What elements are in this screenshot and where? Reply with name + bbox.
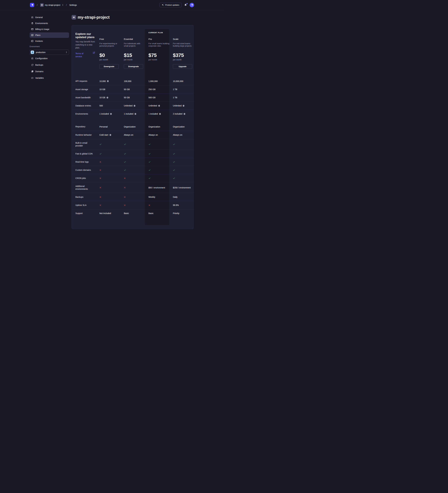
info-icon[interactable]	[106, 97, 109, 99]
sidebar-item-plans[interactable]: Plans	[30, 33, 69, 38]
cross-icon	[124, 204, 126, 206]
info-icon[interactable]	[183, 113, 186, 115]
sparkle-icon	[162, 4, 164, 6]
cross-icon	[99, 169, 101, 171]
feature-value: 1 TB	[173, 96, 190, 99]
external-link-icon[interactable]	[93, 52, 95, 54]
feature-value: 1,000,000	[148, 80, 173, 82]
downgrade-button[interactable]: Downgrade	[124, 64, 143, 69]
feature-value: Basic	[124, 212, 148, 214]
sidebar-item-label: Plans	[35, 34, 40, 36]
sidebar-item-backups[interactable]: Backups	[30, 62, 69, 67]
info-icon[interactable]	[158, 105, 160, 107]
feature-value: 10,000	[99, 80, 124, 82]
feature-row: BackupsWeeklyDaily	[72, 193, 194, 201]
product-updates-label: Product updates	[165, 4, 179, 6]
feature-row: RepositoryPersonalOrganizationOrganizati…	[72, 123, 194, 131]
top-navbar: / M my-strapi-project / Settings Product…	[0, 0, 224, 10]
check-icon	[99, 143, 102, 146]
sidebar-item-environments[interactable]: Environments	[30, 21, 69, 26]
feature-row: Custom domains	[72, 166, 194, 174]
notifications-button[interactable]	[184, 4, 187, 6]
downgrade-button[interactable]: Downgrade	[99, 64, 119, 69]
feature-value-text: Basic	[124, 212, 129, 214]
sidebar-item-invoices[interactable]: Invoices	[30, 38, 69, 44]
feature-value-text: 1 included	[124, 113, 133, 115]
feature-value-text: Organization	[124, 125, 136, 128]
feature-row: Fast & global CDN	[72, 150, 194, 158]
feature-row: API requests10,000100,0001,000,00010,000…	[72, 77, 194, 85]
cross-icon	[99, 161, 101, 163]
feature-value	[99, 161, 124, 163]
sidebar-item-general[interactable]: General	[30, 15, 69, 20]
feature-value-text: 10 GB	[99, 88, 105, 90]
check-icon	[173, 161, 175, 163]
breadcrumb: / M my-strapi-project / Settings	[30, 3, 77, 7]
feature-label: Asset storage	[76, 88, 95, 91]
feature-label: Asset bandwidth	[76, 96, 95, 99]
project-switcher[interactable]: M my-strapi-project	[40, 3, 63, 7]
feature-value: 500	[99, 104, 124, 107]
info-icon[interactable]	[110, 113, 112, 115]
avatar-strapi-icon	[191, 4, 193, 6]
info-icon[interactable]	[107, 80, 109, 82]
feature-value	[124, 143, 148, 146]
plan-name: Essential	[124, 38, 146, 40]
project-initial-badge: M	[72, 15, 76, 20]
sidebar-item-billing-usage[interactable]: Billing & Usage	[30, 26, 69, 32]
strapi-logo-icon[interactable]	[30, 3, 34, 7]
check-icon	[148, 153, 151, 155]
feature-value	[173, 153, 190, 155]
feature-value	[148, 177, 173, 179]
info-icon[interactable]	[159, 113, 161, 115]
plans-heading: Explore our updated plans	[76, 32, 95, 39]
plan-description: For individuals with small projects	[124, 42, 145, 47]
avatar[interactable]	[190, 3, 194, 7]
feature-value	[124, 204, 148, 206]
feature-value	[124, 153, 148, 155]
feature-value-text: Organization	[148, 125, 160, 128]
sidebar-item-variables[interactable]: Variables	[30, 75, 69, 81]
sidebar-item-configuration[interactable]: Configuration	[30, 56, 69, 61]
check-icon	[148, 169, 151, 171]
page-title: my-strapi-project	[78, 15, 109, 20]
info-icon[interactable]	[133, 105, 136, 107]
info-icon[interactable]	[109, 134, 111, 136]
sidebar-item-label: Backups	[35, 64, 43, 66]
feature-value-text: Cold start	[99, 134, 108, 136]
feature-value	[173, 143, 190, 146]
plans-subheading: You may benefit from switching to a new …	[76, 40, 97, 49]
feature-label: Fast & global CDN	[76, 152, 95, 155]
info-icon[interactable]	[134, 113, 136, 115]
app: { "navbar": { "separator": "/", "project…	[0, 0, 224, 246]
navbar-actions: Product updates	[159, 3, 194, 7]
feature-value-text: 500	[99, 104, 103, 107]
feature-value	[124, 196, 148, 198]
chevron-up-down-icon	[62, 4, 63, 6]
feature-label: Additional environments	[76, 185, 95, 190]
feature-value: 1 included	[99, 113, 124, 115]
feature-value-text: $250 / environment	[173, 187, 191, 189]
feature-row: Environments1 included1 included1 includ…	[72, 110, 194, 118]
feature-value-text: 10 GB	[99, 96, 105, 99]
feature-value: 10,000,000	[173, 80, 190, 82]
terms-of-service-link[interactable]: Terms of service	[76, 52, 86, 58]
upgrade-button[interactable]: Upgrade	[173, 64, 192, 69]
product-updates-button[interactable]: Product updates	[159, 3, 182, 7]
notification-dot	[186, 3, 187, 4]
feature-value	[99, 177, 124, 179]
info-icon[interactable]	[183, 105, 185, 107]
feature-row: Built-in email provider	[72, 139, 194, 150]
feature-value	[173, 161, 190, 163]
feature-value-text: $50 / environment	[148, 187, 165, 189]
project-name: my-strapi-project	[45, 4, 60, 6]
feature-value: Organization	[124, 125, 148, 128]
feature-label: Support	[76, 212, 95, 215]
check-icon	[148, 161, 151, 163]
feature-value-text: Daily	[173, 196, 177, 198]
environment-select[interactable]: production	[30, 50, 69, 55]
feature-value-text: Always on	[148, 134, 158, 136]
cross-icon	[99, 177, 101, 179]
sidebar-item-domains[interactable]: Domains	[30, 69, 69, 74]
map-icon	[31, 34, 33, 36]
